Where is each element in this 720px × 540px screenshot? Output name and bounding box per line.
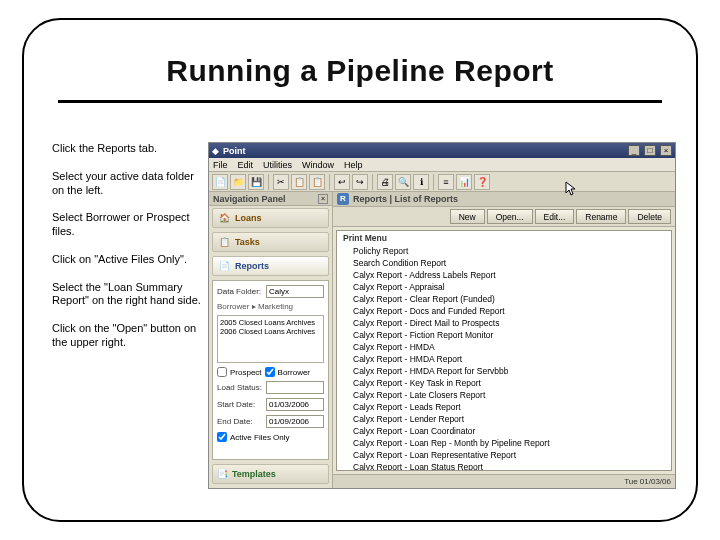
toolbar: 📄📁💾✂📋📋↩↪🖨🔍ℹ≡📊❓ xyxy=(209,172,675,192)
report-item[interactable]: Calyx Report - Loan Coordinator xyxy=(337,425,671,437)
nav-tab-label: Loans xyxy=(235,213,262,223)
clipboard-icon: 📋 xyxy=(217,235,231,249)
report-item[interactable]: Calyx Report - Leads Report xyxy=(337,401,671,413)
instruction-step: Select the "Loan Summary Report" on the … xyxy=(52,281,202,309)
workspace: Navigation Panel × 🏠 Loans 📋 Tasks 📄 Rep… xyxy=(209,192,675,488)
data-folder-select[interactable]: Calyx xyxy=(266,285,324,298)
toolbar-separator xyxy=(329,174,330,190)
reports-icon: R xyxy=(337,193,349,205)
active-files-only-checkbox[interactable] xyxy=(217,432,227,442)
report-item[interactable]: Calyx Report - Loan Rep - Month by Pipel… xyxy=(337,437,671,449)
nav-tab-tasks[interactable]: 📋 Tasks xyxy=(212,232,329,252)
report-list[interactable]: Print MenuPolichy ReportSearch Condition… xyxy=(336,230,672,471)
report-item[interactable]: Calyx Report - Lender Report xyxy=(337,413,671,425)
toolbar-button[interactable]: 📋 xyxy=(309,174,325,190)
start-date-input[interactable]: 01/03/2006 xyxy=(266,398,324,411)
toolbar-button[interactable]: 📁 xyxy=(230,174,246,190)
document-icon: 📄 xyxy=(217,259,231,273)
load-status-label: Load Status: xyxy=(217,383,263,392)
toolbar-separator xyxy=(268,174,269,190)
menu-file[interactable]: File xyxy=(213,160,228,170)
nav-close-icon[interactable]: × xyxy=(318,194,328,204)
app-window: ◆ Point _ □ × File Edit Utilities Window… xyxy=(208,142,676,489)
toolbar-button[interactable]: ↪ xyxy=(352,174,368,190)
report-group-header: Print Menu xyxy=(337,231,671,245)
toolbar-button[interactable]: 💾 xyxy=(248,174,264,190)
menu-window[interactable]: Window xyxy=(302,160,334,170)
end-date-input[interactable]: 01/09/2006 xyxy=(266,415,324,428)
data-folder-label: Data Folder: xyxy=(217,287,263,296)
rename-button[interactable]: Rename xyxy=(576,209,626,224)
nav-tab-label: Tasks xyxy=(235,237,260,247)
close-button[interactable]: × xyxy=(660,145,672,156)
new-button[interactable]: New xyxy=(450,209,485,224)
app-title: Point xyxy=(223,146,624,156)
report-item[interactable]: Calyx Report - Loan Status Report xyxy=(337,461,671,471)
status-bar: Tue 01/03/06 xyxy=(333,474,675,488)
nav-tab-templates[interactable]: 📑 Templates xyxy=(212,464,329,484)
toolbar-button[interactable]: ✂ xyxy=(273,174,289,190)
report-item[interactable]: Calyx Report - Clear Report (Funded) xyxy=(337,293,671,305)
folder-list[interactable]: 2005 Closed Loans Archives 2006 Closed L… xyxy=(217,315,324,363)
report-item[interactable]: Calyx Report - Loan Representative Repor… xyxy=(337,449,671,461)
nav-tab-label: Reports xyxy=(235,261,269,271)
nav-tab-reports[interactable]: 📄 Reports xyxy=(212,256,329,276)
report-item[interactable]: Calyx Report - HMDA Report for Servbbb xyxy=(337,365,671,377)
toolbar-button[interactable]: 📄 xyxy=(212,174,228,190)
report-item[interactable]: Calyx Report - Key Task in Report xyxy=(337,377,671,389)
nav-tab-loans[interactable]: 🏠 Loans xyxy=(212,208,329,228)
report-item[interactable]: Search Condition Report xyxy=(337,257,671,269)
instruction-step: Click the Reports tab. xyxy=(52,142,202,156)
instruction-step: Select Borrower or Prospect files. xyxy=(52,211,202,239)
report-item[interactable]: Calyx Report - HMDA Report xyxy=(337,353,671,365)
nav-header: Navigation Panel × xyxy=(209,192,332,206)
load-status-select[interactable] xyxy=(266,381,324,394)
toolbar-button[interactable]: 📋 xyxy=(291,174,307,190)
title-rule xyxy=(58,100,662,103)
instruction-step: Select your active data folder on the le… xyxy=(52,170,202,198)
menu-utilities[interactable]: Utilities xyxy=(263,160,292,170)
toolbar-button[interactable]: 📊 xyxy=(456,174,472,190)
report-item[interactable]: Calyx Report - HMDA xyxy=(337,341,671,353)
prospect-checkbox[interactable] xyxy=(217,367,227,377)
report-item[interactable]: Calyx Report - Docs and Funded Report xyxy=(337,305,671,317)
menubar: File Edit Utilities Window Help xyxy=(209,158,675,172)
active-files-only-label: Active Files Only xyxy=(230,433,290,442)
slide-title: Running a Pipeline Report xyxy=(0,54,720,88)
nav-tab-label: Templates xyxy=(232,469,276,479)
navigation-panel: Navigation Panel × 🏠 Loans 📋 Tasks 📄 Rep… xyxy=(209,192,333,488)
report-item[interactable]: Calyx Report - Fiction Report Monitor xyxy=(337,329,671,341)
instruction-step: Click on "Active Files Only". xyxy=(52,253,202,267)
main-header-label: Reports | List of Reports xyxy=(353,194,458,204)
toolbar-button[interactable]: ℹ xyxy=(413,174,429,190)
menu-edit[interactable]: Edit xyxy=(238,160,254,170)
toolbar-separator xyxy=(433,174,434,190)
toolbar-button[interactable]: ↩ xyxy=(334,174,350,190)
open-button[interactable]: Open... xyxy=(487,209,533,224)
report-item[interactable]: Calyx Report - Appraisal xyxy=(337,281,671,293)
toolbar-button[interactable]: ❓ xyxy=(474,174,490,190)
report-item[interactable]: Calyx Report - Direct Mail to Prospects xyxy=(337,317,671,329)
nav-header-label: Navigation Panel xyxy=(213,194,286,204)
toolbar-button[interactable]: 🖨 xyxy=(377,174,393,190)
toolbar-button[interactable]: ≡ xyxy=(438,174,454,190)
report-item[interactable]: Calyx Report - Late Closers Report xyxy=(337,389,671,401)
templates-icon: 📑 xyxy=(217,469,228,479)
end-date-label: End Date: xyxy=(217,417,263,426)
edit-button[interactable]: Edit... xyxy=(535,209,575,224)
app-icon: ◆ xyxy=(212,146,219,156)
folder-item[interactable]: 2005 Closed Loans Archives xyxy=(220,318,321,327)
status-date: Tue 01/03/06 xyxy=(624,477,671,486)
menu-help[interactable]: Help xyxy=(344,160,363,170)
folder-item[interactable]: 2006 Closed Loans Archives xyxy=(220,327,321,336)
report-item[interactable]: Calyx Report - Address Labels Report xyxy=(337,269,671,281)
borrower-checkbox[interactable] xyxy=(265,367,275,377)
report-item[interactable]: Polichy Report xyxy=(337,245,671,257)
delete-button[interactable]: Delete xyxy=(628,209,671,224)
prospect-label: Prospect xyxy=(230,368,262,377)
house-icon: 🏠 xyxy=(217,211,231,225)
toolbar-button[interactable]: 🔍 xyxy=(395,174,411,190)
minimize-button[interactable]: _ xyxy=(628,145,640,156)
maximize-button[interactable]: □ xyxy=(644,145,656,156)
instruction-step: Click on the "Open" button on the upper … xyxy=(52,322,202,350)
